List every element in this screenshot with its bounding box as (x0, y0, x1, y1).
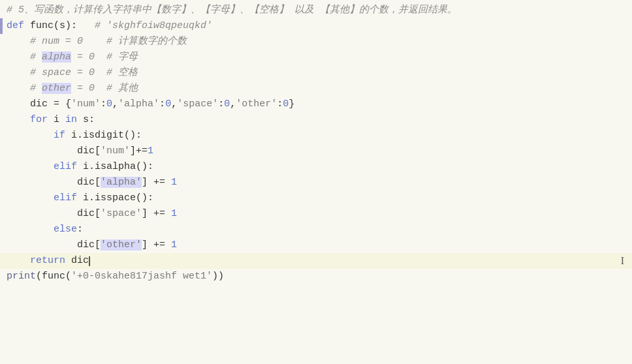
task-comment-text: # 5、写函数，计算传入字符串中【数字】、【字母】、【空格】 以及 【其他】的个… (0, 3, 457, 18)
comment-space-line: # space = 0 # 空格 (0, 65, 632, 81)
print-text: print(func('+0-0skahe817jashf wet1')) (0, 269, 224, 284)
def-line: def func(s): # 'skghfoiw8qpeuqkd' (0, 18, 632, 34)
def-line-text: def func(s): # 'skghfoiw8qpeuqkd' (0, 18, 212, 33)
elif-isspace-text: elif i.isspace(): (0, 190, 153, 205)
comment-alpha-text: # alpha = 0 # 字母 (0, 50, 138, 65)
dic-alpha-text: dic['alpha'] += 1 (0, 175, 177, 190)
left-border (0, 18, 3, 34)
elif-isspace-line: elif i.isspace(): (0, 190, 632, 206)
print-line: print(func('+0-0skahe817jashf wet1')) (0, 269, 632, 284)
comment-space-text: # space = 0 # 空格 (0, 65, 138, 80)
dic-space-line: dic['space'] += 1 (0, 206, 632, 222)
code-editor[interactable]: # 5、写函数，计算传入字符串中【数字】、【字母】、【空格】 以及 【其他】的个… (0, 0, 632, 364)
text-cursor-indicator: I (621, 253, 624, 269)
dic-other-text: dic['other'] += 1 (0, 237, 177, 252)
comment-alpha-line: # alpha = 0 # 字母 (0, 50, 632, 65)
else-text: else: (0, 222, 83, 237)
if-isdigit-line: if i.isdigit(): (0, 128, 632, 144)
elif-isalpha-line: elif i.isalpha(): (0, 159, 632, 175)
return-line: return dic I (0, 253, 632, 269)
elif-isalpha-text: elif i.isalpha(): (0, 159, 153, 174)
comment-other-text: # other = 0 # 其他 (0, 81, 138, 96)
comment-num-line: # num = 0 # 计算数字的个数 (0, 34, 632, 50)
comment-num-text: # num = 0 # 计算数字的个数 (0, 34, 187, 49)
dic-space-text: dic['space'] += 1 (0, 206, 177, 221)
dic-init-line: dic = {'num':0,'alpha':0,'space':0,'othe… (0, 97, 632, 112)
return-text: return dic (0, 253, 90, 268)
dic-other-line: dic['other'] += 1 (0, 237, 632, 253)
code-area: # 5、写函数，计算传入字符串中【数字】、【字母】、【空格】 以及 【其他】的个… (0, 0, 632, 287)
dic-num-text: dic['num']+=1 (0, 144, 153, 159)
for-loop-line: for i in s: (0, 112, 632, 128)
dic-num-line: dic['num']+=1 (0, 144, 632, 159)
for-loop-text: for i in s: (0, 112, 95, 127)
else-line: else: (0, 222, 632, 237)
dic-alpha-line: dic['alpha'] += 1 (0, 175, 632, 190)
comment-other-line: # other = 0 # 其他 (0, 81, 632, 97)
dic-init-text: dic = {'num':0,'alpha':0,'space':0,'othe… (0, 97, 294, 112)
if-isdigit-text: if i.isdigit(): (0, 128, 142, 143)
task-comment-line: # 5、写函数，计算传入字符串中【数字】、【字母】、【空格】 以及 【其他】的个… (0, 3, 632, 18)
